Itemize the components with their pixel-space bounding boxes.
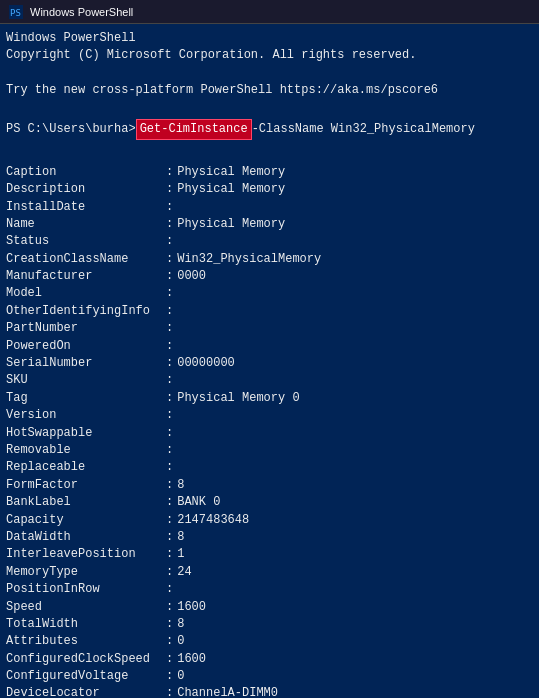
- field-row: FormFactor: 8: [6, 477, 533, 494]
- field-row: InstallDate:: [6, 199, 533, 216]
- field-value: 00000000: [177, 355, 235, 372]
- field-name: PoweredOn: [6, 338, 166, 355]
- field-value: ChannelA-DIMM0: [177, 685, 278, 698]
- field-name: ConfiguredClockSpeed: [6, 651, 166, 668]
- field-value: 0: [177, 633, 184, 650]
- field-name: ConfiguredVoltage: [6, 668, 166, 685]
- field-separator: :: [166, 581, 173, 598]
- field-value: Win32_PhysicalMemory: [177, 251, 321, 268]
- field-name: Manufacturer: [6, 268, 166, 285]
- field-name: Name: [6, 216, 166, 233]
- field-name: CreationClassName: [6, 251, 166, 268]
- field-separator: :: [166, 390, 173, 407]
- field-value: 8: [177, 616, 184, 633]
- empty-line1: [6, 65, 533, 82]
- field-value: 24: [177, 564, 191, 581]
- header-line1: Windows PowerShell: [6, 30, 533, 47]
- field-row: Version:: [6, 407, 533, 424]
- field-value: BANK 0: [177, 494, 220, 511]
- field-row: Removable:: [6, 442, 533, 459]
- field-separator: :: [166, 303, 173, 320]
- field-row: ConfiguredVoltage: 0: [6, 668, 533, 685]
- field-separator: :: [166, 268, 173, 285]
- field-row: MemoryType: 24: [6, 564, 533, 581]
- field-value: Physical Memory: [177, 164, 285, 181]
- empty-line3: [6, 142, 533, 159]
- fields-block: Caption: Physical MemoryDescription: Phy…: [6, 164, 533, 698]
- field-row: OtherIdentifyingInfo:: [6, 303, 533, 320]
- field-row: Capacity: 2147483648: [6, 512, 533, 529]
- field-separator: :: [166, 251, 173, 268]
- field-name: SKU: [6, 372, 166, 389]
- cmd-keyword[interactable]: Get-CimInstance: [136, 119, 252, 140]
- field-name: PositionInRow: [6, 581, 166, 598]
- field-row: SKU:: [6, 372, 533, 389]
- field-name: OtherIdentifyingInfo: [6, 303, 166, 320]
- field-row: Model:: [6, 285, 533, 302]
- svg-text:PS: PS: [10, 8, 21, 18]
- field-separator: :: [166, 407, 173, 424]
- field-name: Capacity: [6, 512, 166, 529]
- window-title: Windows PowerShell: [30, 6, 133, 18]
- field-name: InstallDate: [6, 199, 166, 216]
- command-line: PS C:\Users\burha> Get-CimInstance -Clas…: [6, 119, 533, 140]
- field-separator: :: [166, 564, 173, 581]
- field-separator: :: [166, 477, 173, 494]
- field-value: 2147483648: [177, 512, 249, 529]
- header-line2: Copyright (C) Microsoft Corporation. All…: [6, 47, 533, 64]
- cmd-args: -ClassName Win32_PhysicalMemory: [252, 121, 475, 138]
- field-row: PartNumber:: [6, 320, 533, 337]
- field-row: Speed: 1600: [6, 599, 533, 616]
- field-row: DataWidth: 8: [6, 529, 533, 546]
- field-row: Status:: [6, 233, 533, 250]
- field-separator: :: [166, 459, 173, 476]
- console-area: Windows PowerShell Copyright (C) Microso…: [0, 24, 539, 698]
- field-row: Replaceable:: [6, 459, 533, 476]
- field-name: Replaceable: [6, 459, 166, 476]
- powershell-icon: PS: [8, 4, 24, 20]
- title-bar: PS Windows PowerShell: [0, 0, 539, 24]
- field-name: DeviceLocator: [6, 685, 166, 698]
- field-separator: :: [166, 651, 173, 668]
- field-name: Attributes: [6, 633, 166, 650]
- field-name: Removable: [6, 442, 166, 459]
- field-value: Physical Memory: [177, 216, 285, 233]
- field-name: Description: [6, 181, 166, 198]
- field-name: BankLabel: [6, 494, 166, 511]
- field-name: Status: [6, 233, 166, 250]
- field-separator: :: [166, 599, 173, 616]
- field-value: 1600: [177, 651, 206, 668]
- field-row: Description: Physical Memory: [6, 181, 533, 198]
- field-row: PoweredOn:: [6, 338, 533, 355]
- field-name: Version: [6, 407, 166, 424]
- field-row: Name: Physical Memory: [6, 216, 533, 233]
- field-value: 8: [177, 529, 184, 546]
- field-separator: :: [166, 233, 173, 250]
- field-name: FormFactor: [6, 477, 166, 494]
- field-value: Physical Memory: [177, 181, 285, 198]
- field-name: HotSwappable: [6, 425, 166, 442]
- field-row: SerialNumber: 00000000: [6, 355, 533, 372]
- field-name: DataWidth: [6, 529, 166, 546]
- field-name: PartNumber: [6, 320, 166, 337]
- field-separator: :: [166, 372, 173, 389]
- field-separator: :: [166, 181, 173, 198]
- field-row: PositionInRow:: [6, 581, 533, 598]
- field-separator: :: [166, 546, 173, 563]
- field-separator: :: [166, 616, 173, 633]
- field-separator: :: [166, 633, 173, 650]
- field-separator: :: [166, 425, 173, 442]
- field-separator: :: [166, 355, 173, 372]
- field-row: DeviceLocator: ChannelA-DIMM0: [6, 685, 533, 698]
- field-separator: :: [166, 338, 173, 355]
- field-name: Model: [6, 285, 166, 302]
- field-separator: :: [166, 216, 173, 233]
- field-row: Manufacturer: 0000: [6, 268, 533, 285]
- field-row: Attributes: 0: [6, 633, 533, 650]
- field-value: 0000: [177, 268, 206, 285]
- field-row: Caption: Physical Memory: [6, 164, 533, 181]
- field-value: 1600: [177, 599, 206, 616]
- field-separator: :: [166, 529, 173, 546]
- field-name: TotalWidth: [6, 616, 166, 633]
- field-row: ConfiguredClockSpeed: 1600: [6, 651, 533, 668]
